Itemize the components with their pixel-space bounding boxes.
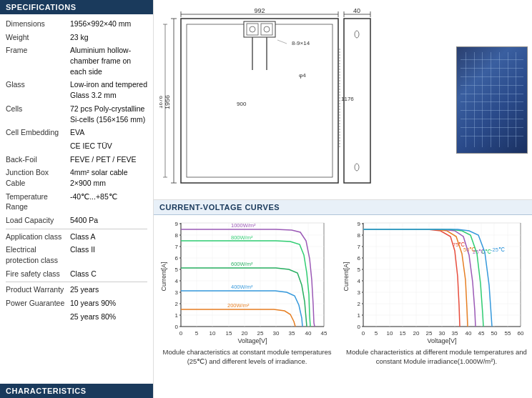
spec-frame: Frame Aluminium hollow-chamber frame on … xyxy=(6,45,147,76)
chart1-container: Current[A] 0 1 2 3 4 xyxy=(159,219,335,367)
spec-label: Application class xyxy=(6,232,70,242)
svg-text:5: 5 xyxy=(375,330,378,337)
spec-label: Load Capacity xyxy=(6,215,70,226)
spec-temp: Temperature Range -40℃...+85℃ xyxy=(6,191,147,212)
curves-content: Current[A] 0 1 2 3 4 xyxy=(154,215,532,371)
svg-text:30: 30 xyxy=(439,330,445,337)
svg-text:25: 25 xyxy=(257,330,264,337)
svg-point-30 xyxy=(355,164,359,171)
spec-value: EVA xyxy=(70,127,147,138)
svg-text:9: 9 xyxy=(358,221,361,227)
spec-value: -40℃...+85℃ xyxy=(70,191,147,212)
solar-panel-photo xyxy=(453,6,531,194)
spec-value: Low-iron and tempered Glass 3.2 mm xyxy=(70,79,147,100)
svg-text:35: 35 xyxy=(452,330,458,337)
spec-value: CE IEC TÜV xyxy=(70,141,147,151)
svg-text:600W/m²: 600W/m² xyxy=(231,261,253,267)
spec-warranty: Product Warranty 25 years xyxy=(6,284,147,295)
spec-value: 5400 Pa xyxy=(70,215,147,226)
svg-text:8: 8 xyxy=(175,232,179,239)
spec-certs: CE IEC TÜV xyxy=(6,141,147,151)
svg-text:0: 0 xyxy=(175,324,179,330)
characteristics-header: CHARACTERISTICS xyxy=(0,384,153,398)
solar-diagram: 992 40 xyxy=(159,6,447,194)
svg-text:1000W/m²: 1000W/m² xyxy=(231,222,256,229)
svg-text:0: 0 xyxy=(362,330,365,337)
spec-label: Frame xyxy=(6,45,70,76)
spec-label: Cells xyxy=(6,104,70,124)
spec-label: Dimensions xyxy=(6,19,70,29)
svg-text:4: 4 xyxy=(358,278,361,284)
svg-text:400W/m²: 400W/m² xyxy=(231,284,253,290)
chart1-svg: Current[A] 0 1 2 3 4 xyxy=(159,219,335,344)
chart2-svg: Current[A] 0 1 2 3 4 xyxy=(342,219,531,344)
svg-text:15: 15 xyxy=(400,330,406,337)
svg-text:20: 20 xyxy=(242,330,248,337)
spec-label: Cell Embedding xyxy=(6,127,70,138)
svg-text:40: 40 xyxy=(305,330,312,337)
svg-text:10: 10 xyxy=(387,330,393,337)
svg-text:3: 3 xyxy=(358,289,361,296)
spec-label: Weight xyxy=(6,32,70,43)
spec-value: FEVE / PET / FEVE xyxy=(70,154,147,165)
svg-text:0: 0 xyxy=(358,324,361,330)
spec-value: Class C xyxy=(70,269,147,279)
svg-text:φ4: φ4 xyxy=(299,72,306,79)
svg-text:1176: 1176 xyxy=(341,96,354,102)
svg-text:9: 9 xyxy=(175,221,179,227)
svg-rect-9 xyxy=(187,24,332,177)
svg-text:5: 5 xyxy=(358,267,361,273)
spec-value: 10 years 90% xyxy=(70,298,147,309)
spec-label: Fire safety class xyxy=(6,269,70,279)
spec-glass: Glass Low-iron and tempered Glass 3.2 mm xyxy=(6,79,147,100)
svg-text:6: 6 xyxy=(358,255,361,262)
svg-text:Voltage[V]: Voltage[V] xyxy=(427,337,456,344)
curves-header: CURRENT-VOLTAGE CURVES xyxy=(154,200,532,215)
svg-text:20: 20 xyxy=(413,330,420,337)
spec-value: Aluminium hollow-chamber frame on each s… xyxy=(70,45,147,76)
svg-text:35: 35 xyxy=(289,330,295,337)
spec-value: Class II xyxy=(70,244,147,265)
spec-label xyxy=(6,141,70,151)
chart2-container: Current[A] 0 1 2 3 4 xyxy=(342,219,531,367)
svg-text:5: 5 xyxy=(195,330,199,337)
spec-value: 72 pcs Poly-crystalline Si-cells (156×15… xyxy=(70,104,147,124)
spec-load: Load Capacity 5400 Pa xyxy=(6,215,147,226)
spec-label: Temperature Range xyxy=(6,191,70,212)
svg-text:30: 30 xyxy=(273,330,280,337)
svg-text:-25℃: -25℃ xyxy=(491,247,505,253)
spec-value: 1956×992×40 mm xyxy=(70,19,147,29)
divider xyxy=(6,229,147,229)
specs-table: Dimensions 1956×992×40 mm Weight 23 kg F… xyxy=(0,14,153,384)
spec-value: 23 kg xyxy=(70,32,147,43)
svg-text:7: 7 xyxy=(175,244,179,250)
svg-text:40: 40 xyxy=(353,7,360,14)
svg-text:45: 45 xyxy=(478,330,485,337)
svg-text:10: 10 xyxy=(210,330,216,337)
chart1-caption: Module characteristics at constant modul… xyxy=(159,347,335,367)
svg-text:1: 1 xyxy=(358,312,361,319)
svg-text:8-9×14: 8-9×14 xyxy=(292,40,310,46)
spec-dimensions: Dimensions 1956×992×40 mm xyxy=(6,19,147,29)
svg-text:45: 45 xyxy=(321,330,327,337)
spec-value: 25 years 80% xyxy=(70,312,147,322)
svg-text:8: 8 xyxy=(358,232,361,239)
panel-image xyxy=(456,46,528,154)
svg-text:992: 992 xyxy=(254,7,265,14)
spec-label: Power Guarantee xyxy=(6,298,70,309)
spec-label: Junction Box Cable xyxy=(6,167,70,188)
technical-drawing-svg: 992 40 xyxy=(159,6,381,195)
svg-text:4: 4 xyxy=(175,278,179,284)
spec-backfoil: Back-Foil FEVE / PET / FEVE xyxy=(6,154,147,165)
svg-text:0: 0 xyxy=(179,330,183,337)
svg-text:Voltage[V]: Voltage[V] xyxy=(237,337,267,344)
svg-text:900: 900 xyxy=(237,101,247,107)
spec-label: Product Warranty xyxy=(6,284,70,295)
divider xyxy=(6,282,147,282)
spec-junction: Junction Box Cable 4mm² solar cable 2×90… xyxy=(6,167,147,188)
left-panel: SPECIFICATIONS Dimensions 1956×992×40 mm… xyxy=(0,0,154,398)
spec-label xyxy=(6,312,70,322)
spec-elec-protection: Electrical protection class Class II xyxy=(6,244,147,265)
spec-power-guarantee-2: 25 years 80% xyxy=(6,312,147,322)
spec-power-guarantee-1: Power Guarantee 10 years 90% xyxy=(6,298,147,309)
